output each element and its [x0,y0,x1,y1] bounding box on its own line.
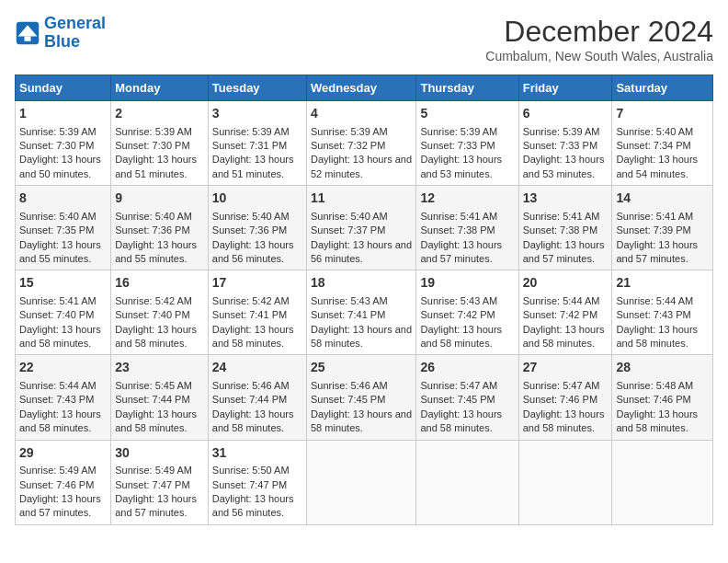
day-number: 7 [616,105,709,123]
sunset-text: Sunset: 7:42 PM [523,309,597,320]
sunrise-text: Sunrise: 5:50 AM [212,465,290,476]
daylight-text: Daylight: 13 hours and 58 minutes. [115,408,197,433]
daylight-text: Daylight: 13 hours and 57 minutes. [616,239,698,264]
sunrise-text: Sunrise: 5:39 AM [19,126,97,137]
calendar-header: SundayMondayTuesdayWednesdayThursdayFrid… [16,75,713,101]
day-number: 2 [115,105,204,123]
daylight-text: Daylight: 13 hours and 56 minutes. [212,493,294,518]
sunrise-text: Sunrise: 5:46 AM [311,380,388,391]
sunset-text: Sunset: 7:36 PM [115,224,189,236]
sunset-text: Sunset: 7:32 PM [311,140,385,151]
calendar-cell: 7Sunrise: 5:40 AMSunset: 7:34 PMDaylight… [612,101,713,186]
calendar-cell: 18Sunrise: 5:43 AMSunset: 7:41 PMDayligh… [306,270,415,355]
daylight-text: Daylight: 13 hours and 58 minutes. [19,324,101,349]
day-number: 3 [212,105,302,123]
calendar-cell: 22Sunrise: 5:44 AMSunset: 7:43 PMDayligh… [16,355,111,440]
day-number: 1 [19,105,107,123]
daylight-text: Daylight: 13 hours and 53 minutes. [420,154,502,178]
daylight-text: Daylight: 13 hours and 55 minutes. [115,239,197,264]
sunrise-text: Sunrise: 5:40 AM [311,211,388,222]
calendar-cell: 16Sunrise: 5:42 AMSunset: 7:40 PMDayligh… [111,270,209,355]
calendar-cell: 31Sunrise: 5:50 AMSunset: 7:47 PMDayligh… [208,440,306,524]
calendar-cell: 14Sunrise: 5:41 AMSunset: 7:39 PMDayligh… [612,186,713,270]
day-number: 30 [115,444,204,463]
day-number: 17 [212,274,302,293]
calendar-cell: 3Sunrise: 5:39 AMSunset: 7:31 PMDaylight… [208,101,306,186]
sunrise-text: Sunrise: 5:40 AM [616,126,693,137]
sunset-text: Sunset: 7:31 PM [212,140,287,151]
calendar-cell: 26Sunrise: 5:47 AMSunset: 7:45 PMDayligh… [416,355,518,440]
daylight-text: Daylight: 13 hours and 51 minutes. [115,154,197,178]
calendar-cell: 24Sunrise: 5:46 AMSunset: 7:44 PMDayligh… [208,355,306,440]
daylight-text: Daylight: 13 hours and 57 minutes. [19,493,101,518]
calendar-cell: 17Sunrise: 5:42 AMSunset: 7:41 PMDayligh… [208,270,306,355]
sunset-text: Sunset: 7:47 PM [212,479,287,490]
sunset-text: Sunset: 7:41 PM [311,309,385,320]
calendar-cell: 4Sunrise: 5:39 AMSunset: 7:32 PMDaylight… [306,101,415,186]
day-number: 14 [616,190,709,208]
weekday-header: Thursday [416,75,518,101]
sunset-text: Sunset: 7:30 PM [19,140,94,151]
calendar-cell [416,440,518,524]
day-number: 21 [616,274,709,293]
daylight-text: Daylight: 13 hours and 56 minutes. [212,239,294,264]
day-number: 28 [616,359,709,377]
sunset-text: Sunset: 7:46 PM [523,394,597,405]
page-subtitle: Cumbalum, New South Wales, Australia [485,49,713,63]
day-number: 5 [420,105,514,123]
sunrise-text: Sunrise: 5:39 AM [311,126,388,137]
sunrise-text: Sunrise: 5:39 AM [523,126,600,137]
sunrise-text: Sunrise: 5:42 AM [115,295,192,306]
page-title: December 2024 [485,15,713,49]
logo-text: GeneralBlue [44,15,106,52]
sunset-text: Sunset: 7:43 PM [19,394,94,405]
weekday-header: Monday [111,75,209,101]
calendar-cell: 25Sunrise: 5:46 AMSunset: 7:45 PMDayligh… [306,355,415,440]
day-number: 22 [19,359,107,377]
sunrise-text: Sunrise: 5:42 AM [212,295,290,306]
daylight-text: Daylight: 13 hours and 58 minutes. [523,324,605,349]
day-number: 16 [115,274,204,293]
logo: GeneralBlue [15,15,106,52]
calendar-week-row: 29Sunrise: 5:49 AMSunset: 7:46 PMDayligh… [16,440,713,524]
calendar-cell: 29Sunrise: 5:49 AMSunset: 7:46 PMDayligh… [16,440,111,524]
weekday-header: Tuesday [208,75,306,101]
sunrise-text: Sunrise: 5:39 AM [115,126,192,137]
page-header: GeneralBlue December 2024 Cumbalum, New … [15,15,713,63]
weekday-header: Sunday [16,75,111,101]
calendar-cell: 23Sunrise: 5:45 AMSunset: 7:44 PMDayligh… [111,355,209,440]
sunrise-text: Sunrise: 5:46 AM [212,380,290,391]
day-number: 26 [420,359,514,377]
sunrise-text: Sunrise: 5:41 AM [420,211,497,222]
sunset-text: Sunset: 7:47 PM [115,479,189,490]
calendar-cell: 27Sunrise: 5:47 AMSunset: 7:46 PMDayligh… [518,355,612,440]
daylight-text: Daylight: 13 hours and 58 minutes. [420,408,502,433]
daylight-text: Daylight: 13 hours and 50 minutes. [19,154,101,178]
daylight-text: Daylight: 13 hours and 54 minutes. [616,154,698,178]
calendar-cell [612,440,713,524]
daylight-text: Daylight: 13 hours and 58 minutes. [212,324,294,349]
sunset-text: Sunset: 7:34 PM [616,140,690,151]
day-number: 24 [212,359,302,377]
day-number: 4 [311,105,412,123]
sunset-text: Sunset: 7:45 PM [311,394,385,405]
calendar-table: SundayMondayTuesdayWednesdayThursdayFrid… [15,75,713,525]
weekday-header: Wednesday [306,75,415,101]
day-number: 12 [420,190,514,208]
sunrise-text: Sunrise: 5:41 AM [523,211,600,222]
calendar-cell: 28Sunrise: 5:48 AMSunset: 7:46 PMDayligh… [612,355,713,440]
daylight-text: Daylight: 13 hours and 58 minutes. [212,408,294,433]
sunrise-text: Sunrise: 5:40 AM [115,211,192,222]
header-row: SundayMondayTuesdayWednesdayThursdayFrid… [16,75,713,101]
sunset-text: Sunset: 7:40 PM [19,309,94,320]
calendar-week-row: 1Sunrise: 5:39 AMSunset: 7:30 PMDaylight… [16,101,713,186]
sunset-text: Sunset: 7:45 PM [420,394,495,405]
day-number: 8 [19,190,107,208]
sunrise-text: Sunrise: 5:39 AM [212,126,290,137]
sunset-text: Sunset: 7:38 PM [523,224,597,236]
sunrise-text: Sunrise: 5:43 AM [311,295,388,306]
sunset-text: Sunset: 7:36 PM [212,224,287,236]
daylight-text: Daylight: 13 hours and 51 minutes. [212,154,294,178]
daylight-text: Daylight: 13 hours and 57 minutes. [115,493,197,518]
daylight-text: Daylight: 13 hours and 58 minutes. [616,324,698,349]
